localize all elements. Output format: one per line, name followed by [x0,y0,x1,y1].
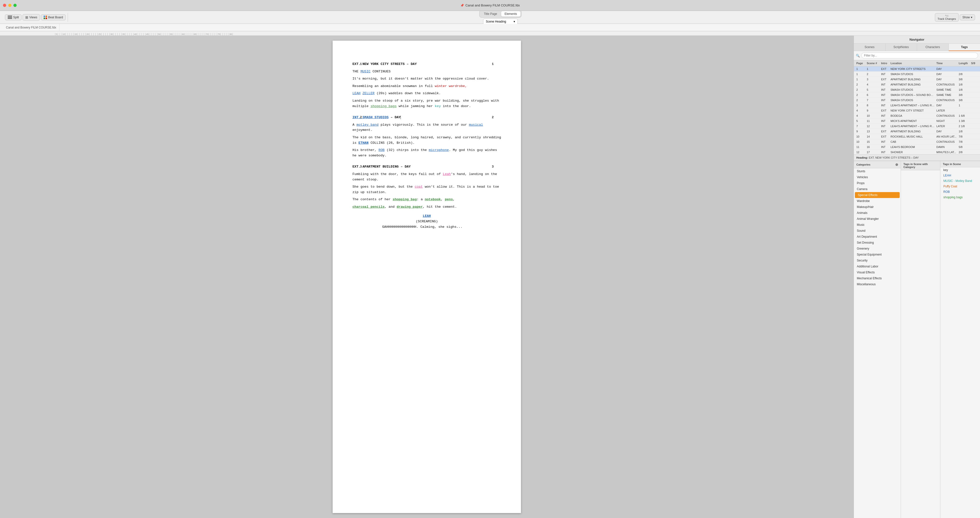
scenes-table[interactable]: Page Scene # Intro Location Time Length … [854,60,980,154]
ruler-inner: │5│ │ │10│ │ │ │ │15│ │ │ │ │20│ │ │ │ │… [0,31,980,35]
category-item[interactable]: Animal Wrangler [854,216,901,222]
col-time: Time [936,61,958,65]
scene-heading-1: EXT. NEW YORK CITY STREETS – DAY [352,62,501,67]
cell-location: NEW YORK CITY STREETS [890,67,936,71]
cell-page: 1 [856,72,866,76]
category-item[interactable]: Vehicles [854,174,901,180]
category-item[interactable]: Props [854,180,901,186]
tags-in-scene-panel: Tags in Scene with Category [901,161,940,518]
table-row[interactable]: 2 5 INT SMASH STUDIOS SAME TIME 1/8 [854,87,980,92]
split-button[interactable]: Split [5,14,22,20]
category-item[interactable]: Wardrobe [854,198,901,204]
table-row[interactable]: 10 15 INT CAB CONTINUOUS 7/8 [854,139,980,145]
doc-tab[interactable]: Canal and Bowery FILM COURSE.fdx [3,24,59,31]
category-item[interactable]: Miscellaneous [854,281,901,287]
title-page-btn[interactable]: Title Page [480,11,501,17]
elements-btn[interactable]: Elements [501,11,520,17]
views-label: Views [29,16,37,19]
tag-zeller: ZELLER [363,91,375,95]
tab-characters[interactable]: Characters [917,44,949,51]
tag-music: MUSIC [360,70,371,73]
category-item[interactable]: Additional Labor [854,264,901,269]
table-row[interactable]: 4 9 EXT NEW YORK CITY STREET LATER [854,108,980,113]
table-row[interactable]: 1 2 INT SMASH STUDIOS DAY 2/8 [854,72,980,77]
table-row[interactable]: 4 10 INT BODEGA CONTINUOUS 1 6/8 [854,113,980,119]
cell-intro: INT [881,72,890,76]
tag-scene-item[interactable]: MUSIC - Motley Band [940,178,980,184]
cell-location: SMASH STUDIOS [890,72,936,76]
cell-scene: 10 [866,114,881,118]
add-category-icon[interactable]: ⊕ [895,162,898,167]
tag-scene-item[interactable]: Puffy Coat [940,184,980,189]
close-button[interactable] [3,4,6,7]
category-item[interactable]: Camera [854,186,901,192]
cell-intro: INT [881,88,890,92]
cell-time: CONTINUOUS [936,114,958,118]
category-item[interactable]: Greenery [854,246,901,251]
category-item[interactable]: Animals [854,210,901,216]
script-area[interactable]: 1 1 EXT. NEW YORK CITY STREETS – DAY THE… [0,36,854,518]
action-3-2: She goes to bend down, but the coat won'… [352,184,501,195]
tag-scene-item[interactable]: key [940,167,980,173]
split-label: Split [13,16,19,19]
pin-icon: 📌 [460,4,464,7]
table-row[interactable]: 3 8 INT LEAH'S APARTMENT – LIVING ROOM D… [854,103,980,108]
cell-length: 2/8 [958,72,970,76]
cell-scene: 9 [866,108,881,113]
nav-tabs: Scenes ScriptNotes Characters Tags [854,44,980,51]
table-row[interactable]: 9 13 EXT APARTMENT BUILDING DAY 1/8 [854,129,980,134]
tab-scenes[interactable]: Scenes [854,44,886,51]
track-changes-button[interactable]: ✎± Track Changes [935,13,959,22]
scene-num-right-2: 2 [492,115,494,120]
cell-scene: 7 [866,98,881,102]
beat-board-button[interactable]: Beat Board [41,14,66,20]
tag-scene-item[interactable]: LEAH [940,173,980,178]
show-button[interactable]: Show ▾ [960,14,975,20]
category-item[interactable]: Special Equipment [854,251,901,257]
cell-page: 10 [856,140,866,144]
cell-intro: EXT [881,67,890,71]
cell-intro: INT [881,119,890,123]
minimize-button[interactable] [8,4,11,7]
table-row[interactable]: 10 14 EXT ROCKWELL MUSIC HALL AN HOUR LA… [854,134,980,139]
cell-page: 1 [856,77,866,81]
tab-scriptnotes[interactable]: ScriptNotes [886,44,917,51]
title-bar: 📌 Canal and Bowery FILM COURSE.fdx [0,0,980,11]
tag-scene-item[interactable]: shopping bags [940,195,980,200]
cell-extra [970,140,978,144]
category-item[interactable]: Sound [854,228,901,234]
tag-charcoal: charcoal pencils [352,205,385,209]
cell-location: LEAH'S APARTMENT – LIVING ROOM [890,103,936,107]
window-controls[interactable] [3,4,17,7]
category-item[interactable]: Art Department [854,234,901,240]
action-2-1: A motley band plays vigorously. This is … [352,122,501,133]
tag-scene-item[interactable]: ROB [940,189,980,195]
cell-length [958,67,970,71]
format-select[interactable]: Scene Heading ▾ [483,19,518,25]
table-row[interactable]: 2 4 INT APARTMENT BUILDING CONTINUOUS 1/… [854,82,980,87]
category-item[interactable]: Security [854,257,901,264]
cell-page: 10 [856,135,866,138]
table-row[interactable]: 2 6 INT SMASH STUDIOS – SOUND BOOTH SAME… [854,92,980,98]
main-content: 1 1 EXT. NEW YORK CITY STREETS – DAY THE… [0,36,980,518]
page-segment-control[interactable]: Title Page Elements [479,10,522,17]
category-item[interactable]: Makeup/Hair [854,204,901,210]
table-row[interactable]: 2 7 INT SMASH STUDIOS CONTINUOUS 3/8 [854,98,980,103]
category-item[interactable]: Visual Effects [854,269,901,275]
category-item[interactable]: Set Dressing [854,240,901,246]
table-row[interactable]: 7 12 INT LEAH'S APARTMENT – LIVING ROOM … [854,124,980,129]
col-location: Location [890,61,936,65]
category-item[interactable]: Special Effects [855,192,900,198]
maximize-button[interactable] [13,4,17,7]
tab-tags[interactable]: Tags [949,44,980,51]
search-input[interactable] [861,52,978,59]
views-button[interactable]: ⊞ Views [22,14,40,21]
table-row[interactable]: 1 3 EXT APARTMENT BUILDING DAY 3/8 [854,77,980,82]
table-row[interactable]: 11 16 INT LEAH'S BEDROOM DAWN 5/8 [854,145,980,150]
table-row[interactable]: 12 17 INT SHOWER MINUTES LAT... 2/8 [854,150,980,154]
category-item[interactable]: Music [854,222,901,228]
table-row[interactable]: 5 11 INT MICK'S APARTMENT NIGHT 1 3/8 [854,119,980,124]
category-item[interactable]: Mechanical Effects [854,275,901,281]
category-item[interactable]: Stunts [854,168,901,174]
table-row[interactable]: 1 1 EXT NEW YORK CITY STREETS DAY [854,67,980,72]
